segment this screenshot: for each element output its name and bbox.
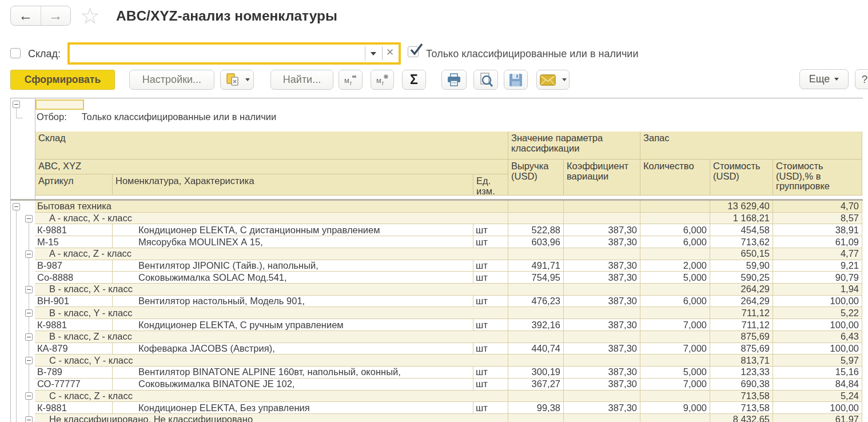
svg-text:м: м bbox=[376, 76, 381, 85]
svg-text:г: г bbox=[350, 80, 352, 86]
svg-text:г: г bbox=[382, 80, 384, 86]
svg-text:м: м bbox=[344, 76, 349, 85]
